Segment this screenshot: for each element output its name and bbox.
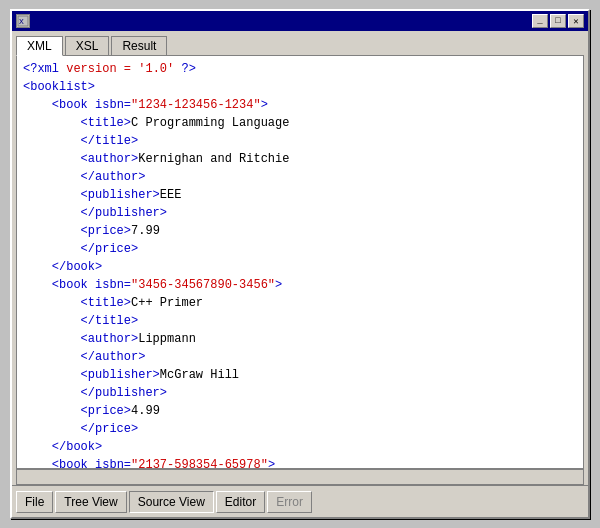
- content-area: <?xml version = '1.0' ?> <booklist> <boo…: [16, 55, 584, 469]
- xml-line: </author>: [23, 348, 577, 366]
- close-button[interactable]: ✕: [568, 14, 584, 28]
- svg-text:X: X: [19, 17, 24, 26]
- xml-line: <book isbn="1234-123456-1234">: [23, 96, 577, 114]
- xml-line: </book>: [23, 438, 577, 456]
- minimize-button[interactable]: _: [532, 14, 548, 28]
- xml-line: </title>: [23, 312, 577, 330]
- xml-line: <book isbn="3456-34567890-3456">: [23, 276, 577, 294]
- xml-editor[interactable]: <?xml version = '1.0' ?> <booklist> <boo…: [17, 56, 583, 468]
- xml-line: <title>C++ Primer: [23, 294, 577, 312]
- title-bar: X _ □ ✕: [12, 11, 588, 31]
- tab-xml[interactable]: XML: [16, 36, 63, 56]
- xml-line: </title>: [23, 132, 577, 150]
- main-window: X _ □ ✕ XML XSL Result <?xml version = '…: [10, 9, 590, 519]
- tab-bar: XML XSL Result: [12, 31, 588, 55]
- tree-view-button[interactable]: Tree View: [55, 491, 126, 513]
- horizontal-scrollbar[interactable]: [16, 469, 584, 485]
- xml-line: <book isbn="2137-598354-65978">: [23, 456, 577, 468]
- maximize-button[interactable]: □: [550, 14, 566, 28]
- xml-line: <author>Lippmann: [23, 330, 577, 348]
- app-icon: X: [16, 14, 30, 28]
- window-controls: _ □ ✕: [532, 14, 584, 28]
- file-button[interactable]: File: [16, 491, 53, 513]
- xml-line: <author>Kernighan and Ritchie: [23, 150, 577, 168]
- xml-line: </publisher>: [23, 204, 577, 222]
- xml-line: <publisher>EEE: [23, 186, 577, 204]
- xml-line: </price>: [23, 420, 577, 438]
- xml-line: </author>: [23, 168, 577, 186]
- xml-line: <title>C Programming Language: [23, 114, 577, 132]
- xml-line: <?xml version = '1.0' ?>: [23, 60, 577, 78]
- xml-line: <publisher>McGraw Hill: [23, 366, 577, 384]
- xml-line: </publisher>: [23, 384, 577, 402]
- tab-result[interactable]: Result: [111, 36, 167, 56]
- xml-line: <booklist>: [23, 78, 577, 96]
- editor-button[interactable]: Editor: [216, 491, 265, 513]
- error-button: Error: [267, 491, 312, 513]
- xml-line: <price>4.99: [23, 402, 577, 420]
- tab-xsl[interactable]: XSL: [65, 36, 110, 56]
- xml-line: </book>: [23, 258, 577, 276]
- bottom-bar: File Tree View Source View Editor Error: [12, 485, 588, 517]
- xml-line: </price>: [23, 240, 577, 258]
- source-view-button[interactable]: Source View: [129, 491, 214, 513]
- xml-line: <price>7.99: [23, 222, 577, 240]
